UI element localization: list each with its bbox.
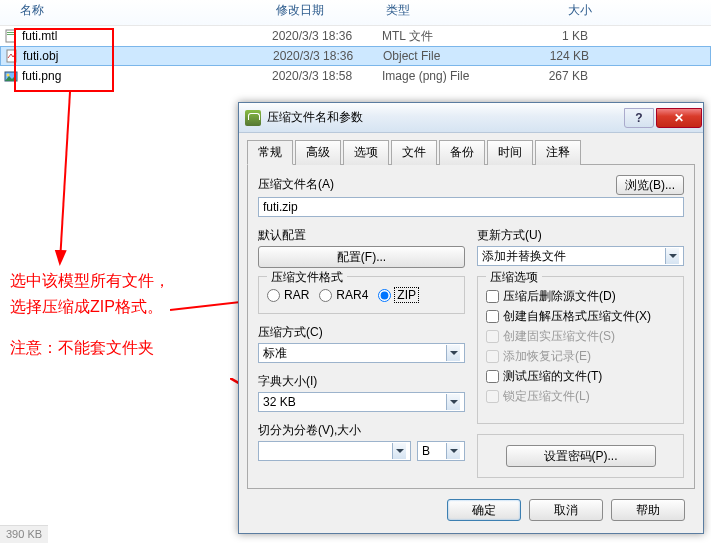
profile-label: 默认配置 <box>258 227 465 244</box>
close-button[interactable]: ✕ <box>656 108 702 128</box>
format-groupbox: 压缩文件格式 RAR RAR4 ZIP <box>258 276 465 314</box>
file-size: 124 KB <box>527 49 597 63</box>
method-combo[interactable]: 标准 <box>258 343 465 363</box>
svg-rect-2 <box>7 34 14 35</box>
col-header-size[interactable]: 大小 <box>530 2 600 19</box>
dict-value: 32 KB <box>263 395 296 409</box>
file-size: 267 KB <box>526 69 596 83</box>
file-size: 1 KB <box>526 29 596 43</box>
status-bar: 390 KB <box>0 525 48 543</box>
annotation-line: 注意：不能套文件夹 <box>10 335 170 361</box>
opt-lock: 锁定压缩文件(L) <box>486 388 675 405</box>
split-unit-value: B <box>422 444 430 458</box>
explorer-column-headers: 名称 修改日期 类型 大小 <box>0 0 711 26</box>
dialog-body: 常规 高级 选项 文件 备份 时间 注释 压缩文件名(A) 浏览(B)... 默… <box>239 133 703 529</box>
archive-name-label: 压缩文件名(A) <box>258 176 604 193</box>
chevron-down-icon <box>392 443 406 459</box>
svg-rect-1 <box>7 32 14 33</box>
tab-panel-general: 压缩文件名(A) 浏览(B)... 默认配置 配置(F)... 更新方式(U) … <box>247 164 695 489</box>
file-type: Object File <box>383 49 527 63</box>
update-mode-combo[interactable]: 添加并替换文件 <box>477 246 684 266</box>
cancel-button[interactable]: 取消 <box>529 499 603 521</box>
method-value: 标准 <box>263 345 287 362</box>
update-mode-value: 添加并替换文件 <box>482 248 566 265</box>
file-date: 2020/3/3 18:36 <box>272 29 382 43</box>
tab-general[interactable]: 常规 <box>247 140 293 165</box>
opt-sfx[interactable]: 创建自解压格式压缩文件(X) <box>486 308 675 325</box>
annotation-text: 选中该模型所有文件， 选择压缩成ZIP格式。 注意：不能套文件夹 <box>10 268 170 361</box>
tab-backup[interactable]: 备份 <box>439 140 485 165</box>
chevron-down-icon <box>446 394 460 410</box>
options-groupbox: 压缩选项 压缩后删除源文件(D) 创建自解压格式压缩文件(X) 创建固实压缩文件… <box>477 276 684 424</box>
opt-test[interactable]: 测试压缩的文件(T) <box>486 368 675 385</box>
split-unit-combo[interactable]: B <box>417 441 465 461</box>
format-group-label: 压缩文件格式 <box>267 269 347 286</box>
col-header-type[interactable]: 类型 <box>386 2 530 19</box>
ok-button[interactable]: 确定 <box>447 499 521 521</box>
password-button[interactable]: 设置密码(P)... <box>506 445 656 467</box>
format-radio-rar4[interactable]: RAR4 <box>319 288 368 302</box>
opt-recovery: 添加恢复记录(E) <box>486 348 675 365</box>
method-label: 压缩方式(C) <box>258 324 465 341</box>
winrar-icon <box>245 110 261 126</box>
opt-delete[interactable]: 压缩后删除源文件(D) <box>486 288 675 305</box>
profile-button[interactable]: 配置(F)... <box>258 246 465 268</box>
archive-name-input[interactable] <box>258 197 684 217</box>
options-group-label: 压缩选项 <box>486 269 542 286</box>
dialog-title: 压缩文件名和参数 <box>267 109 623 126</box>
help-button[interactable]: ? <box>624 108 654 128</box>
file-type: MTL 文件 <box>382 28 526 45</box>
annotation-line: 选择压缩成ZIP格式。 <box>10 294 170 320</box>
col-header-date[interactable]: 修改日期 <box>276 2 386 19</box>
split-size-combo[interactable] <box>258 441 411 461</box>
dialog-titlebar[interactable]: 压缩文件名和参数 ? ✕ <box>239 103 703 133</box>
chevron-down-icon <box>446 443 460 459</box>
dialog-buttons: 确定 取消 帮助 <box>247 489 695 521</box>
dict-label: 字典大小(I) <box>258 373 465 390</box>
opt-solid: 创建固实压缩文件(S) <box>486 328 675 345</box>
update-mode-label: 更新方式(U) <box>477 227 684 244</box>
annotation-line: 选中该模型所有文件， <box>10 268 170 294</box>
svg-line-6 <box>60 92 70 262</box>
tab-comment[interactable]: 注释 <box>535 140 581 165</box>
col-header-name[interactable]: 名称 <box>4 2 276 19</box>
file-type: Image (png) File <box>382 69 526 83</box>
file-date: 2020/3/3 18:58 <box>272 69 382 83</box>
tab-files[interactable]: 文件 <box>391 140 437 165</box>
chevron-down-icon <box>446 345 460 361</box>
annotation-arrow-icon <box>40 92 100 272</box>
browse-button[interactable]: 浏览(B)... <box>616 175 684 195</box>
annotation-box-files <box>14 28 114 92</box>
tab-time[interactable]: 时间 <box>487 140 533 165</box>
compress-dialog: 压缩文件名和参数 ? ✕ 常规 高级 选项 文件 备份 时间 注释 压缩文件名(… <box>238 102 704 534</box>
format-radio-rar[interactable]: RAR <box>267 288 309 302</box>
tab-strip: 常规 高级 选项 文件 备份 时间 注释 <box>247 139 695 164</box>
dict-combo[interactable]: 32 KB <box>258 392 465 412</box>
tab-advanced[interactable]: 高级 <box>295 140 341 165</box>
file-date: 2020/3/3 18:36 <box>273 49 383 63</box>
split-label: 切分为分卷(V),大小 <box>258 422 465 439</box>
help-button[interactable]: 帮助 <box>611 499 685 521</box>
format-radio-zip[interactable]: ZIP <box>378 288 418 302</box>
chevron-down-icon <box>665 248 679 264</box>
tab-options[interactable]: 选项 <box>343 140 389 165</box>
